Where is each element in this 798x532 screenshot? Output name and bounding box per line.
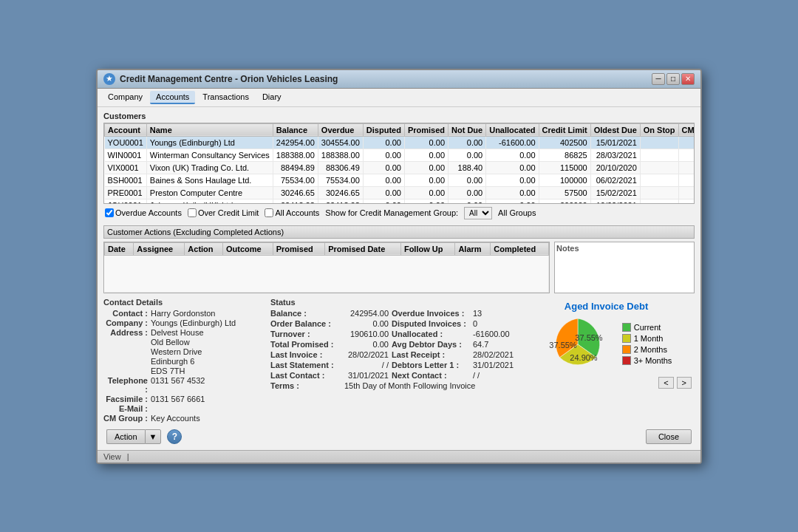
contact-telephone: 0131 567 4532 bbox=[151, 376, 205, 394]
notes-label: Notes bbox=[556, 244, 692, 253]
customer-row[interactable]: BSH0001Baines & Sons Haulage Ltd.75534.0… bbox=[105, 174, 695, 186]
status-balance: 242954.00 bbox=[344, 309, 389, 318]
legend-2months: 2 Months bbox=[622, 345, 672, 354]
detail-section: Contact Details Contact :Harry Gordonsto… bbox=[103, 298, 695, 423]
close-window-button[interactable]: ✕ bbox=[681, 73, 695, 85]
col-unallocated: Unallocated bbox=[486, 123, 539, 136]
status-last-receipt: 28/02/2021 bbox=[473, 350, 514, 359]
chart-next-button[interactable]: > bbox=[677, 377, 692, 389]
svg-text:37.55%: 37.55% bbox=[549, 341, 577, 349]
status-debtors-letter1: 31/01/2021 bbox=[473, 361, 514, 369]
main-window: ★ Credit Management Centre - Orion Vehic… bbox=[96, 69, 702, 464]
overdue-accounts-checkbox[interactable] bbox=[105, 208, 114, 217]
menu-diary[interactable]: Diary bbox=[256, 91, 287, 104]
customer-row[interactable]: YOU0001Youngs (Edinburgh) Ltd242954.0030… bbox=[105, 136, 695, 149]
action-main-button[interactable]: Action bbox=[106, 429, 145, 444]
status-label: Status bbox=[270, 298, 514, 307]
contact-details-panel: Contact Details Contact :Harry Gordonsto… bbox=[103, 298, 266, 423]
col-account: Account bbox=[105, 123, 147, 136]
status-bar-divider: | bbox=[127, 452, 129, 461]
actions-empty-row bbox=[105, 255, 549, 292]
all-accounts-checkbox[interactable] bbox=[265, 208, 273, 217]
col-promised-date: Promised Date bbox=[325, 242, 401, 255]
status-next-contact: / / bbox=[473, 371, 480, 380]
legend-swatch-2months bbox=[622, 345, 631, 354]
customers-table: Account Name Balance Overdue Disputed Pr… bbox=[104, 123, 695, 204]
chart-area: 37.55% 24.90% 37.55% Current 1 Mont bbox=[541, 315, 672, 374]
contact-address3: Western Drive bbox=[151, 347, 202, 356]
col-date: Date bbox=[105, 242, 134, 255]
col-not-due: Not Due bbox=[449, 123, 486, 136]
all-groups-label: All Groups bbox=[498, 208, 536, 217]
actions-notes-section: Date Assignee Action Outcome Promised Pr… bbox=[103, 242, 695, 293]
col-assignee: Assignee bbox=[134, 242, 185, 255]
customer-row[interactable]: PRE0001Preston Computer Centre30246.6530… bbox=[105, 186, 695, 199]
over-credit-limit-filter[interactable]: Over Credit Limit bbox=[188, 208, 259, 217]
title-bar: ★ Credit Management Centre - Orion Vehic… bbox=[98, 70, 700, 89]
chart-prev-button[interactable]: < bbox=[658, 377, 673, 389]
status-last-statement: / / bbox=[344, 361, 389, 369]
overdue-accounts-filter[interactable]: Overdue Accounts bbox=[105, 208, 182, 217]
action-dropdown-button[interactable]: ▼ bbox=[145, 429, 162, 444]
chart-legend: Current 1 Month 2 Months 3+ Months bbox=[622, 323, 672, 365]
col-balance: Balance bbox=[273, 123, 318, 136]
over-credit-limit-checkbox[interactable] bbox=[188, 208, 197, 217]
legend-swatch-1month bbox=[622, 334, 631, 343]
app-icon: ★ bbox=[103, 73, 115, 85]
status-overdue-invoices: 13 bbox=[473, 309, 482, 318]
col-cm-group: CM Group bbox=[678, 123, 695, 136]
customer-row[interactable]: WIN0001Winterman Consultancy Services188… bbox=[105, 149, 695, 161]
menu-transactions[interactable]: Transactions bbox=[197, 91, 255, 104]
status-terms: 15th Day of Month Following Invoice bbox=[344, 381, 475, 390]
col-oldest-due: Oldest Due bbox=[590, 123, 640, 136]
contact-name: Harry Gordonston bbox=[151, 309, 215, 318]
status-panel: Status Balance : 242954.00 Overdue Invoi… bbox=[270, 298, 514, 423]
chart-nav: < > bbox=[658, 377, 692, 389]
customers-table-container[interactable]: Account Name Balance Overdue Disputed Pr… bbox=[103, 123, 695, 204]
col-overdue: Overdue bbox=[318, 123, 363, 136]
status-last-contact: 31/01/2021 bbox=[344, 371, 389, 380]
cm-group-select[interactable]: All bbox=[464, 207, 492, 219]
customers-header-row: Account Name Balance Overdue Disputed Pr… bbox=[105, 123, 695, 136]
col-on-stop: On Stop bbox=[640, 123, 678, 136]
status-disputed-invoices: 0 bbox=[473, 319, 477, 328]
col-credit-limit: Credit Limit bbox=[539, 123, 590, 136]
pie-chart: 37.55% 24.90% 37.55% bbox=[541, 315, 615, 374]
notes-panel: Notes bbox=[554, 242, 695, 293]
col-completed: Completed bbox=[491, 242, 549, 255]
col-promised: Promised bbox=[404, 123, 448, 136]
menu-bar: Company Accounts Transactions Diary bbox=[98, 89, 700, 107]
actions-header-row: Date Assignee Action Outcome Promised Pr… bbox=[105, 242, 549, 255]
show-for-label: Show for Credit Management Group: bbox=[325, 208, 458, 217]
legend-3plus: 3+ Months bbox=[622, 356, 672, 365]
restore-button[interactable]: □ bbox=[666, 73, 680, 85]
contact-address4: Edinburgh 6 bbox=[151, 357, 194, 366]
all-accounts-filter[interactable]: All Accounts bbox=[265, 208, 319, 217]
contact-address5: EDS 7TH bbox=[151, 366, 185, 375]
legend-current: Current bbox=[622, 323, 672, 332]
action-button-group: Action ▼ bbox=[106, 429, 161, 444]
window-title: Credit Management Centre - Orion Vehicle… bbox=[120, 74, 338, 84]
status-turnover: 190610.00 bbox=[344, 330, 389, 338]
col-follow-up: Follow Up bbox=[400, 242, 454, 255]
legend-swatch-3plus bbox=[622, 356, 631, 365]
status-bar: View | bbox=[98, 450, 700, 463]
menu-company[interactable]: Company bbox=[102, 91, 149, 104]
col-alarm: Alarm bbox=[455, 242, 491, 255]
contact-address1: Delvest House bbox=[151, 328, 204, 337]
customer-actions-table-container[interactable]: Date Assignee Action Outcome Promised Pr… bbox=[103, 242, 550, 293]
minimize-button[interactable]: ─ bbox=[652, 73, 665, 85]
contact-facsimile: 0131 567 6661 bbox=[151, 395, 205, 403]
svg-text:37.55%: 37.55% bbox=[575, 333, 603, 342]
legend-swatch-current bbox=[622, 323, 631, 332]
customers-label: Customers bbox=[103, 112, 695, 120]
customer-row[interactable]: VIX0001Vixon (UK) Trading Co. Ltd.88494.… bbox=[105, 161, 695, 174]
footer: Action ▼ ? Close bbox=[103, 428, 695, 446]
close-button[interactable]: Close bbox=[646, 429, 692, 444]
col-action: Action bbox=[185, 242, 223, 255]
help-button[interactable]: ? bbox=[167, 429, 182, 444]
customer-actions-header: Customer Actions (Excluding Completed Ac… bbox=[103, 225, 695, 239]
menu-accounts[interactable]: Accounts bbox=[150, 91, 195, 104]
main-content: Customers Account Name Balance Overdue D… bbox=[98, 107, 700, 450]
title-buttons: ─ □ ✕ bbox=[652, 73, 695, 85]
